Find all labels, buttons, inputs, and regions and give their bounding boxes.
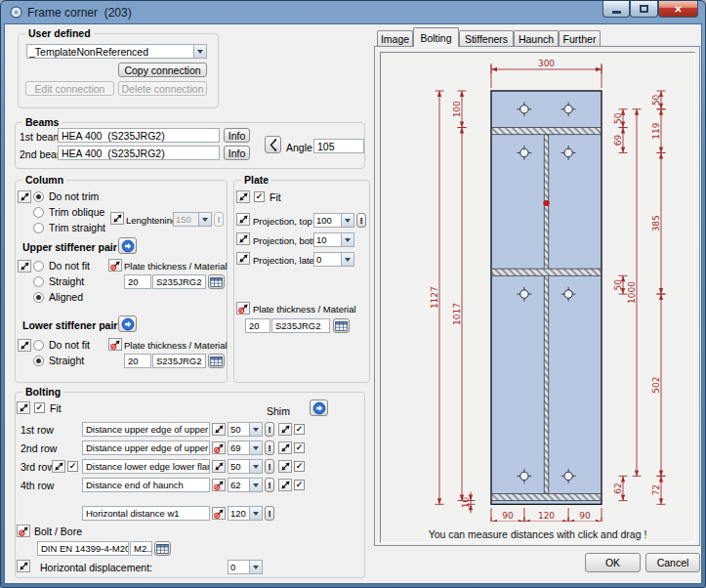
bolting-row-desc[interactable]: Distance lower edge lower flange [82, 459, 210, 474]
plate-material-table-button[interactable] [333, 318, 350, 333]
lower-material-table-button[interactable] [208, 354, 225, 368]
bolting-fit-apply-icon-button[interactable] [17, 401, 30, 414]
second-beam-field[interactable]: HEA 400 (S235JRG2) [58, 146, 220, 160]
angle-button[interactable] [265, 136, 281, 153]
plate-fit-checkbox[interactable] [254, 191, 265, 202]
tab-image[interactable]: Image [377, 30, 413, 47]
bolting-row-apply-icon-button[interactable] [212, 460, 226, 473]
delete-connection-button[interactable]: Delete connection [118, 81, 207, 96]
bolting-row-apply2-icon-button[interactable] [278, 441, 292, 454]
upper-thickness-field[interactable]: 20 [124, 274, 151, 289]
bolt-bore-apply-icon-button[interactable] [17, 525, 30, 537]
lengthening-combo[interactable]: 150 [173, 212, 212, 227]
dropdown-arrow-icon[interactable] [193, 45, 206, 58]
dropdown-arrow-icon[interactable] [249, 479, 262, 491]
projection-bottom-apply-icon-button[interactable] [236, 232, 250, 245]
hdisp-combo[interactable]: 0 [228, 560, 263, 574]
lengthening-apply-icon-button[interactable] [110, 212, 124, 225]
bolting-row3-apply-icon-button[interactable] [52, 460, 65, 473]
lower-stiffener-next-button[interactable] [118, 315, 137, 332]
maximize-button[interactable] [630, 1, 658, 18]
titlebar[interactable]: Frame corner (203) ✕ [1, 1, 705, 23]
upper-material-field[interactable]: S235JRG2 [152, 274, 206, 289]
bolting-row-checkbox[interactable] [294, 442, 305, 453]
bolting-row-apply2-icon-button[interactable] [278, 423, 292, 436]
bolting-row-checkbox[interactable] [294, 424, 305, 435]
lengthening-exclamation-button[interactable]: ! [214, 212, 224, 227]
bolt-bore-field2[interactable]: M2... [130, 541, 152, 556]
radio-upper-do-not-fit[interactable]: Do not fit [33, 260, 90, 272]
radio-lower-do-not-fit[interactable]: Do not fit [33, 339, 90, 351]
plate-thickness-field[interactable]: 20 [245, 318, 270, 333]
bolting-row-apply2-icon-button[interactable] [278, 460, 292, 473]
projection-lateral-combo[interactable]: 0 [313, 252, 354, 267]
bolting-row-exclamation-button[interactable]: ! [265, 441, 274, 455]
radio-upper-aligned[interactable]: Aligned [33, 291, 83, 303]
hdisp-apply-icon-button[interactable] [17, 560, 30, 572]
bolting-row-apply-icon-button[interactable] [212, 479, 226, 491]
lower-material-field[interactable]: S235JRG2 [152, 354, 206, 368]
bolting-row-value-combo[interactable]: 62 [228, 478, 263, 492]
radio-upper-straight[interactable]: Straight [33, 275, 84, 287]
dropdown-arrow-icon[interactable] [341, 253, 353, 266]
lower-thickness-apply-icon-button[interactable] [108, 338, 122, 351]
upper-material-table-button[interactable] [208, 274, 225, 289]
drawing-canvas[interactable]: 1127100101710506950621000501193855027230… [380, 52, 695, 543]
first-beam-info-button[interactable]: Info [224, 128, 250, 143]
bolting-row-desc[interactable]: Distance upper edge of upper flange [82, 422, 210, 437]
lower-stiffener-apply-icon-button[interactable] [18, 339, 31, 352]
radio-trim-straight[interactable]: Trim straight [33, 222, 105, 233]
plate-thickness-apply-icon-button[interactable] [236, 302, 250, 315]
w1-exclamation-button[interactable]: ! [265, 506, 274, 521]
bolting-row-value-combo[interactable]: 50 [228, 422, 263, 437]
dropdown-arrow-icon[interactable] [341, 214, 353, 227]
w1-value-combo[interactable]: 120 [228, 506, 263, 521]
template-combo[interactable]: _TemplateNonReferenced [26, 44, 207, 59]
close-button[interactable]: ✕ [658, 1, 698, 18]
minimize-button[interactable] [602, 1, 630, 18]
bolting-row-apply2-icon-button[interactable] [278, 479, 292, 491]
upper-stiffener-apply-icon-button[interactable] [18, 260, 31, 273]
bolting-row-checkbox[interactable] [294, 461, 305, 472]
bolting-row-apply-icon-button[interactable] [212, 441, 226, 454]
bolting-row-value-combo[interactable]: 69 [228, 441, 263, 455]
plate-fit-apply-icon-button[interactable] [236, 190, 250, 203]
w1-desc-field[interactable]: Horizontal distance w1 [82, 506, 210, 521]
dropdown-arrow-icon[interactable] [249, 441, 262, 454]
lower-thickness-field[interactable]: 20 [124, 354, 151, 368]
first-beam-field[interactable]: HEA 400 (S235JRG2) [58, 128, 220, 143]
bolting-fit-checkbox[interactable] [34, 402, 45, 413]
radio-trim-oblique[interactable]: Trim oblique [33, 206, 104, 218]
angle-field[interactable]: 105 [313, 139, 364, 153]
copy-connection-button[interactable]: Copy connection [118, 63, 207, 77]
bolting-row-exclamation-button[interactable]: ! [265, 478, 274, 492]
bolting-row-apply-icon-button[interactable] [212, 423, 226, 436]
upper-thickness-apply-icon-button[interactable] [108, 259, 122, 272]
connection-drawing[interactable]: 1127100101710506950621000501193855027230… [381, 53, 694, 522]
bolting-row-desc[interactable]: Distance end of haunch [82, 478, 210, 492]
tab-further[interactable]: Further [559, 30, 601, 47]
dropdown-arrow-icon[interactable] [249, 460, 262, 473]
bolting-row-exclamation-button[interactable]: ! [265, 459, 274, 474]
dropdown-arrow-icon[interactable] [249, 507, 262, 520]
upper-stiffener-next-button[interactable] [118, 237, 137, 254]
bolt-bore-field[interactable]: DIN EN 14399-4-M20-10... [37, 541, 129, 556]
dropdown-arrow-icon[interactable] [198, 213, 211, 226]
dropdown-arrow-icon[interactable] [341, 233, 353, 246]
projection-top-apply-icon-button[interactable] [236, 213, 250, 226]
plate-material-field[interactable]: S235JRG2 [271, 318, 330, 333]
dropdown-arrow-icon[interactable] [249, 423, 262, 436]
bolting-row3-enable-checkbox[interactable] [67, 461, 78, 472]
bolting-row-exclamation-button[interactable]: ! [265, 422, 274, 437]
second-beam-info-button[interactable]: Info [224, 146, 250, 160]
shim-next-button[interactable] [310, 399, 328, 416]
trim-apply-icon-button[interactable] [18, 190, 31, 203]
tab-bolting[interactable]: Bolting [413, 27, 459, 47]
projection-lateral-apply-icon-button[interactable] [236, 252, 250, 265]
bolting-row-value-combo[interactable]: 50 [228, 459, 263, 474]
bolting-row-checkbox[interactable] [294, 480, 305, 490]
radio-lower-straight[interactable]: Straight [33, 355, 84, 366]
w1-apply-icon-button[interactable] [212, 507, 226, 520]
radio-do-not-trim[interactable]: Do not trim [33, 190, 99, 202]
projection-top-exclamation-button[interactable]: ! [356, 213, 366, 228]
